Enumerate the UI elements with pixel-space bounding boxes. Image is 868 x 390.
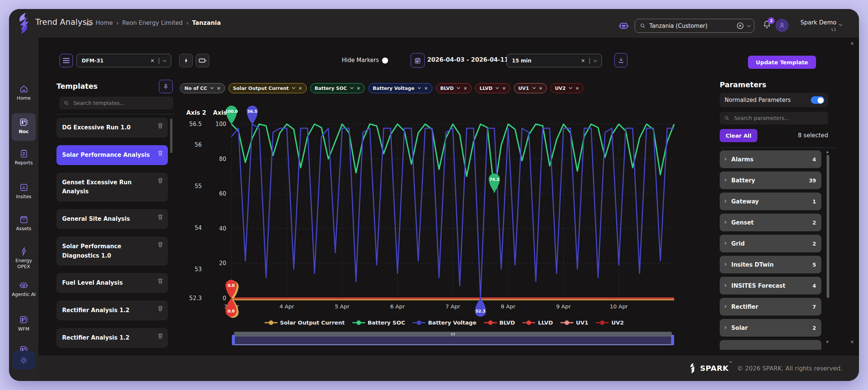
template-item[interactable]: General Site Analysis [56, 209, 168, 229]
chevron-down-icon[interactable] [163, 58, 167, 62]
trash-icon[interactable] [157, 332, 164, 342]
legend-item[interactable]: Battery SOC [352, 320, 405, 326]
close-icon[interactable]: ✕ [539, 86, 543, 91]
chevron-down-icon[interactable] [292, 87, 295, 90]
chevron-down-icon[interactable] [495, 87, 499, 90]
templates-search-input[interactable] [73, 100, 169, 106]
series-chip[interactable]: Battery Voltage✕ [368, 83, 432, 93]
series-chip[interactable]: BLVD✕ [436, 83, 472, 93]
template-item[interactable]: Solar Performance Diagnostics 1.0 [56, 237, 168, 266]
chevron-down-icon[interactable] [594, 58, 597, 62]
close-icon[interactable]: ✕ [217, 86, 221, 91]
range-handle-right[interactable] [671, 335, 674, 345]
page-scroll-up-icon[interactable]: ▲ [851, 41, 854, 45]
scroll-down-icon[interactable]: ▼ [826, 341, 828, 344]
legend-item[interactable]: Battery Voltage [413, 320, 476, 326]
clear-search-icon[interactable] [736, 22, 744, 30]
breadcrumb-home[interactable]: Home [96, 20, 113, 26]
chevron-down-icon[interactable] [417, 87, 421, 90]
global-search[interactable]: Tanzania (Customer) [635, 19, 754, 33]
series-chip[interactable]: No of CC✕ [180, 83, 225, 93]
sidebar-item-home[interactable]: Home [9, 84, 38, 101]
user-name[interactable]: Spark Demo [792, 19, 836, 26]
legend-item[interactable]: Solar Output Current [265, 320, 345, 326]
close-icon[interactable]: ✕ [576, 86, 579, 91]
trash-icon[interactable] [157, 122, 164, 132]
ai-robot-icon[interactable] [618, 20, 629, 31]
close-icon[interactable]: ✕ [298, 86, 302, 91]
parameter-category[interactable]: ›Grid2 [720, 235, 821, 252]
range-handle-left[interactable] [232, 335, 235, 345]
date-range[interactable]: 2026-04-03 - 2026-04-11 [427, 56, 509, 63]
update-template-button[interactable]: Update Template [748, 56, 816, 69]
chevron-down-icon[interactable] [569, 87, 573, 90]
sidebar-item-energy-opex[interactable]: Energy OPEX [9, 247, 38, 269]
value-marker[interactable] [247, 106, 258, 124]
range-selector-window[interactable] [234, 337, 672, 345]
chevron-down-icon[interactable] [839, 22, 843, 26]
clear-icon[interactable]: ✕ [151, 58, 155, 64]
template-item[interactable]: Genset Excessive Run Analysis [56, 173, 168, 202]
calendar-button[interactable] [411, 53, 425, 68]
template-item[interactable]: Solar Performance Analysis [56, 145, 168, 165]
sidebar-item-agentic-ai[interactable]: Agentic AI [9, 280, 38, 297]
sidebar-item-assets[interactable]: Assets [9, 215, 38, 232]
series-chip[interactable]: Solar Output Current✕ [228, 83, 307, 93]
scroll-up-icon[interactable]: ▲ [826, 150, 828, 153]
template-item[interactable]: Fuel Level Analysis [56, 273, 168, 293]
legend-item[interactable]: LLVD [522, 320, 553, 326]
close-icon[interactable]: ✕ [502, 86, 506, 91]
trash-icon[interactable] [157, 177, 164, 187]
pin-panel-button[interactable] [159, 80, 173, 93]
trash-icon[interactable] [157, 150, 164, 159]
chevron-down-icon[interactable] [350, 87, 354, 90]
interval-select[interactable]: 15 min ✕ | [507, 54, 602, 67]
parameters-search[interactable] [720, 112, 828, 124]
battery-view-button[interactable] [196, 54, 209, 67]
value-marker[interactable] [225, 298, 237, 317]
trend-chart[interactable]: 3 Apr4 Apr5 Apr6 Apr7 Apr8 Apr9 Apr10 Ap… [177, 99, 711, 325]
template-item[interactable]: Rectifier Analysis 1.2 [56, 300, 168, 320]
parameter-category[interactable]: ›Solar2 [720, 319, 821, 337]
trash-icon[interactable] [157, 241, 164, 251]
sidebar-item-wfm[interactable]: WFM [9, 315, 38, 332]
legend-item[interactable]: UV1 [560, 320, 588, 326]
grid-power-button[interactable] [179, 54, 193, 67]
parameter-category[interactable]: ›Rectifier7 [720, 298, 821, 316]
close-icon[interactable]: ✕ [463, 86, 467, 91]
clear-icon[interactable]: ✕ [581, 58, 585, 64]
notifications-button[interactable]: 2 [763, 20, 774, 32]
sidebar-item-reports[interactable]: Reports [9, 149, 38, 166]
download-button[interactable] [614, 53, 627, 67]
parameter-category[interactable]: ›Gateway1 [720, 193, 821, 210]
templates-search[interactable] [59, 97, 173, 109]
value-marker[interactable] [475, 298, 486, 317]
trash-icon[interactable] [157, 305, 164, 315]
parameters-search-input[interactable] [733, 115, 824, 121]
range-selector-bar[interactable] [234, 332, 672, 337]
value-marker[interactable] [226, 106, 237, 124]
parameter-category[interactable]: ›INSITES Forecast4 [720, 277, 821, 294]
legend-item[interactable]: BLVD [484, 320, 515, 326]
value-marker[interactable] [489, 173, 500, 192]
breadcrumb-org[interactable]: Reon Energy Limited [122, 20, 183, 26]
series-chip[interactable]: UV2✕ [550, 83, 583, 93]
parameter-category[interactable]: ›Battery39 [720, 171, 821, 189]
chevron-down-icon[interactable] [210, 87, 214, 90]
theme-toggle-button[interactable] [12, 351, 35, 370]
template-item[interactable]: DG Excessive Run 1.0 [56, 118, 168, 138]
legend-item[interactable]: UV2 [596, 320, 624, 326]
templates-scrollbar[interactable] [170, 118, 172, 153]
series-chip[interactable]: LLVD✕ [475, 83, 510, 93]
clear-all-button[interactable]: Clear All [720, 129, 757, 142]
site-select[interactable]: DFM-31 ✕ | [76, 54, 171, 67]
parameter-category[interactable]: ›Insites DTwin5 [720, 256, 821, 273]
chevron-down-icon[interactable] [457, 87, 460, 90]
sidebar-item-noc[interactable]: Noc [9, 117, 38, 135]
parameters-scrollbar[interactable]: ▲ ▼ [827, 150, 830, 344]
template-item[interactable]: Rectifier Analysis 1.2 [56, 328, 168, 348]
chevron-down-icon[interactable] [747, 23, 751, 27]
trash-icon[interactable] [157, 214, 164, 223]
series-chip[interactable]: Battery SOC✕ [310, 83, 365, 93]
parameter-category[interactable]: ›Genset2 [720, 214, 821, 231]
